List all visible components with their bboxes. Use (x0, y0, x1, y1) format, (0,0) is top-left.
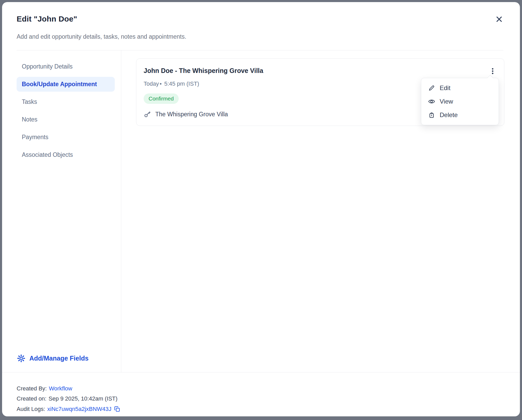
sidebar-item-label: Opportunity Details (22, 63, 73, 70)
gear-icon (17, 354, 25, 362)
menu-item-label: Delete (440, 111, 458, 119)
copy-icon (114, 406, 121, 412)
appointment-date: Today (144, 80, 159, 87)
created-on-row: Created on: Sep 9 2025, 10:42am (IST) (17, 396, 505, 402)
sidebar-item-label: Associated Objects (22, 151, 73, 158)
appointment-title: John Doe - The Whispering Grove Villa (144, 65, 263, 74)
menu-item-edit[interactable]: Edit (421, 81, 499, 95)
appointment-card: John Doe - The Whispering Grove Villa To… (136, 58, 504, 126)
menu-item-label: View (440, 98, 453, 105)
menu-item-view[interactable]: View (421, 95, 499, 108)
created-on-value: Sep 9 2025, 10:42am (IST) (49, 396, 117, 402)
sidebar-item-associated-objects[interactable]: Associated Objects (17, 147, 115, 162)
resource-name: The Whispering Grove Villa (155, 111, 228, 118)
created-by-link[interactable]: Workflow (49, 385, 72, 392)
sidebar-nav: Opportunity Details Book/Update Appointm… (17, 59, 115, 165)
main-content: John Doe - The Whispering Grove Villa To… (121, 50, 520, 372)
copy-button[interactable] (114, 406, 121, 412)
modal-subtitle: Add and edit opportunity details, tasks,… (17, 33, 503, 40)
appointment-time-value: 5:45 pm (IST) (164, 80, 199, 87)
modal-title: Edit "John Doe" (17, 15, 77, 23)
kebab-menu-icon (489, 67, 497, 75)
sidebar-item-label: Tasks (22, 98, 37, 105)
separator-dot: • (160, 80, 162, 87)
pencil-icon (428, 84, 435, 92)
audit-logs-row: Audit Logs: xiNc7uwqn5a2jxBNW43J (17, 406, 505, 412)
sidebar-item-label: Book/Update Appointment (22, 81, 97, 87)
sidebar-item-payments[interactable]: Payments (17, 130, 115, 145)
created-on-label: Created on: (17, 396, 46, 402)
created-by-label: Created By: (17, 385, 47, 392)
add-manage-fields-label: Add/Manage Fields (29, 355, 89, 362)
sidebar: Opportunity Details Book/Update Appointm… (2, 50, 121, 372)
audit-logs-label: Audit Logs: (17, 406, 45, 412)
modal-header: Edit "John Doe" Add and edit opportunity… (2, 2, 520, 50)
kebab-menu-button[interactable] (487, 65, 498, 77)
edit-opportunity-modal: Edit "John Doe" Add and edit opportunity… (2, 2, 520, 416)
menu-item-label: Edit (440, 84, 450, 92)
menu-item-delete[interactable]: Delete (421, 108, 499, 122)
sidebar-item-opportunity-details[interactable]: Opportunity Details (17, 59, 115, 74)
created-by-row: Created By: Workflow (17, 385, 505, 392)
close-icon (495, 15, 504, 24)
context-menu: Edit View (421, 78, 499, 125)
sidebar-item-tasks[interactable]: Tasks (17, 94, 115, 109)
audit-logs-link[interactable]: xiNc7uwqn5a2jxBNW43J (47, 406, 111, 412)
modal-footer: Created By: Workflow Created on: Sep 9 2… (2, 372, 520, 416)
sidebar-item-label: Notes (22, 116, 37, 123)
sidebar-item-notes[interactable]: Notes (17, 112, 115, 127)
key-icon (144, 111, 151, 118)
sidebar-item-label: Payments (22, 134, 48, 140)
add-manage-fields-button[interactable]: Add/Manage Fields (17, 353, 115, 364)
trash-icon (428, 111, 435, 119)
eye-icon (428, 98, 435, 105)
status-badge: Confirmed (144, 93, 179, 104)
sidebar-item-book-update-appointment[interactable]: Book/Update Appointment (17, 77, 115, 92)
close-button[interactable] (493, 13, 505, 25)
